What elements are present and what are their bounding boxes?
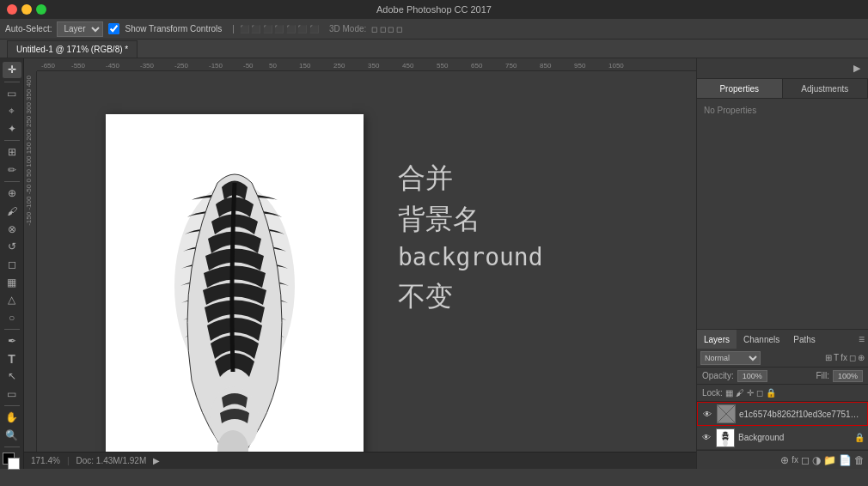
tool-separator-3 — [4, 181, 20, 182]
text-tool[interactable]: T — [3, 351, 21, 368]
document-tab[interactable]: Untitled-1 @ 171% (RGB/8) * — [7, 40, 138, 58]
tool-separator-5 — [4, 405, 20, 406]
status-separator: | — [67, 456, 70, 465]
pen-tool[interactable]: ✒ — [3, 333, 21, 349]
layers-bottom-bar: ⊕ fx ◻ ◑ 📁 📄 🗑 — [697, 450, 868, 469]
zoom-tool[interactable]: 🔍 — [3, 428, 21, 444]
left-toolbar: ✛ ▭ ⌖ ✦ ⊞ ✏ ⊕ 🖌 ⊗ ↺ ◻ ▦ △ ○ ✒ T ↖ ▭ ✋ 🔍 — [0, 58, 24, 469]
layers-menu-icon[interactable]: ≡ — [859, 333, 865, 345]
lock-position-icon[interactable]: ✛ — [747, 388, 754, 398]
doc-size: Doc: 1.43M/1.92M — [76, 456, 147, 465]
effects-icon[interactable]: fx — [792, 455, 798, 465]
tab-layers[interactable]: Layers — [697, 330, 737, 349]
magic-wand-tool[interactable]: ✦ — [3, 121, 21, 137]
brush-tool[interactable]: 🖌 — [3, 204, 21, 220]
show-transform-checkbox[interactable] — [108, 23, 119, 34]
eraser-tool[interactable]: ◻ — [3, 257, 21, 273]
lock-transparent-icon[interactable]: ▦ — [725, 388, 733, 398]
maximize-button[interactable] — [36, 4, 46, 15]
nav-arrow[interactable]: ▶ — [153, 456, 160, 465]
crop-tool[interactable]: ⊞ — [3, 144, 21, 161]
layers-opacity-row: Opacity: Fill: — [697, 368, 868, 385]
layer-item-1[interactable]: 👁 Background 🔒 — [697, 426, 868, 450]
clone-tool[interactable]: ⊗ — [3, 221, 21, 237]
blend-mode-select[interactable]: Normal Multiply Screen — [700, 351, 761, 365]
vertical-ruler: -150 -100 -50 0 50 100 150 200 250 300 3… — [24, 71, 37, 452]
shape-tool[interactable]: ▭ — [3, 386, 21, 403]
tool-separator-6 — [4, 447, 20, 447]
window-controls[interactable] — [7, 4, 46, 15]
link-icon[interactable]: ⊕ — [780, 454, 789, 466]
dodge-tool[interactable]: ○ — [3, 309, 21, 325]
lock-label: Lock: — [702, 388, 723, 398]
overlay-text: 合并 背景名 background 不变 — [398, 157, 543, 317]
color-selector[interactable] — [3, 453, 21, 469]
tool-separator — [4, 82, 20, 82]
path-select-tool[interactable]: ↖ — [3, 368, 21, 385]
tab-bar: Untitled-1 @ 171% (RGB/8) * — [0, 39, 868, 58]
move-tool[interactable]: ✛ — [3, 62, 21, 78]
panel-content: No Properties — [697, 99, 868, 329]
layers-lock-row: Lock: ▦ 🖌 ✛ ◻ 🔒 — [697, 385, 868, 402]
status-bar: 171.4% | Doc: 1.43M/1.92M ▶ — [24, 452, 696, 469]
tool-separator-2 — [4, 140, 20, 141]
fill-label: Fill: — [816, 371, 829, 380]
show-transform-label: Show Transform Controls — [125, 24, 222, 33]
blur-tool[interactable]: △ — [3, 292, 21, 308]
tab-properties[interactable]: Properties — [697, 79, 783, 98]
filter-icon-1[interactable]: ⊞ — [825, 353, 832, 362]
layer-thumb-1 — [716, 428, 735, 447]
healing-tool[interactable]: ⊕ — [3, 185, 21, 202]
layer-visibility-1[interactable]: 👁 — [700, 432, 712, 444]
tab-channels[interactable]: Channels — [737, 330, 786, 349]
filter-icon-2[interactable]: T — [834, 353, 839, 362]
canvas-area[interactable]: // Ruler ticks drawn via JS below -650 -… — [24, 58, 696, 469]
tab-adjustments[interactable]: Adjustments — [783, 79, 869, 98]
gradient-tool[interactable]: ▦ — [3, 274, 21, 290]
lasso-tool[interactable]: ⌖ — [3, 103, 21, 119]
mask-icon[interactable]: ◻ — [801, 454, 810, 466]
overlay-line3: background — [398, 240, 543, 276]
overlay-line2: 背景名 — [398, 198, 543, 240]
panel-tabs: Properties Adjustments — [697, 79, 868, 99]
overlay-line4: 不变 — [398, 276, 543, 317]
adjustment-icon[interactable]: ◑ — [812, 454, 821, 466]
panel-icon-1[interactable]: ▶ — [849, 61, 865, 76]
fill-input[interactable] — [833, 370, 863, 382]
minimize-button[interactable] — [21, 4, 32, 15]
filter-icon-4[interactable]: ◻ — [849, 353, 856, 362]
lock-image-icon[interactable]: 🖌 — [736, 388, 744, 398]
filter-icon-3[interactable]: fx — [840, 353, 847, 362]
marquee-tool[interactable]: ▭ — [3, 85, 21, 101]
folder-icon[interactable]: 📁 — [823, 454, 836, 466]
trash-icon[interactable]: 🗑 — [854, 454, 865, 466]
no-properties-text: No Properties — [704, 106, 756, 115]
canvas-content[interactable]: 合并 背景名 background 不变 — [37, 71, 696, 452]
lock-artboard-icon[interactable]: ◻ — [756, 388, 763, 398]
title-bar: Adobe Photoshop CC 2017 — [0, 0, 868, 19]
new-layer-icon[interactable]: 📄 — [839, 454, 852, 466]
tab-paths[interactable]: Paths — [786, 330, 822, 349]
layer-name-0: e1c6574b8262f10ed3ce7751ecf3033e — [739, 410, 864, 419]
eyedropper-tool[interactable]: ✏ — [3, 162, 21, 179]
hand-tool[interactable]: ✋ — [3, 410, 21, 426]
layer-select[interactable]: Layer — [57, 21, 103, 37]
layer-item-0[interactable]: 👁 e1c6574b8262f10ed3ce7751ecf3033e — [697, 402, 868, 426]
auto-select-label: Auto-Select: — [5, 24, 52, 33]
svg-point-16 — [723, 440, 727, 446]
zebra-image — [106, 114, 364, 452]
history-tool[interactable]: ↺ — [3, 239, 21, 255]
layer-visibility-0[interactable]: 👁 — [701, 408, 713, 420]
close-button[interactable] — [7, 4, 17, 15]
overlay-line1: 合并 — [398, 157, 543, 198]
app-title: Adobe Photoshop CC 2017 — [376, 4, 492, 15]
lock-all-icon[interactable]: 🔒 — [766, 388, 776, 398]
panel-icons-row: ▶ — [697, 58, 868, 79]
ruler-corner — [24, 58, 37, 71]
filter-icon-5[interactable]: ⊕ — [858, 353, 865, 362]
opacity-input[interactable] — [737, 370, 767, 382]
layers-options-row: Normal Multiply Screen ⊞ T fx ◻ ⊕ — [697, 349, 868, 368]
document-canvas[interactable] — [106, 114, 364, 452]
layer-name-1: Background — [738, 433, 851, 442]
horizontal-ruler: // Ruler ticks drawn via JS below -650 -… — [37, 58, 696, 71]
